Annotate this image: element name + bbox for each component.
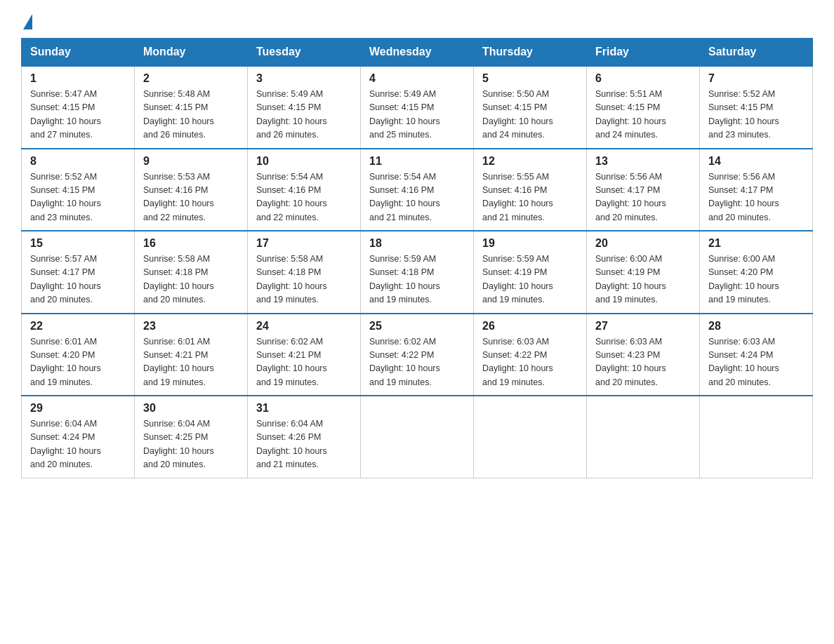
- week-row-1: 1 Sunrise: 5:47 AM Sunset: 4:15 PM Dayli…: [22, 66, 813, 149]
- day-number: 31: [256, 402, 352, 415]
- weekday-header-saturday: Saturday: [700, 39, 813, 67]
- calendar-cell: 24 Sunrise: 6:02 AM Sunset: 4:21 PM Dayl…: [248, 314, 361, 396]
- calendar-cell: 4 Sunrise: 5:49 AM Sunset: 4:15 PM Dayli…: [361, 66, 474, 149]
- calendar-cell: 7 Sunrise: 5:52 AM Sunset: 4:15 PM Dayli…: [700, 66, 813, 149]
- day-number: 23: [143, 320, 239, 333]
- weekday-header-sunday: Sunday: [22, 39, 135, 67]
- weekday-header-row: SundayMondayTuesdayWednesdayThursdayFrid…: [22, 39, 813, 67]
- logo-triangle-icon: [23, 14, 32, 29]
- day-number: 16: [143, 237, 239, 250]
- calendar-cell: 26 Sunrise: 6:03 AM Sunset: 4:22 PM Dayl…: [474, 314, 587, 396]
- day-info: Sunrise: 5:47 AM Sunset: 4:15 PM Dayligh…: [30, 88, 126, 142]
- calendar-cell: 27 Sunrise: 6:03 AM Sunset: 4:23 PM Dayl…: [587, 314, 700, 396]
- day-number: 7: [708, 72, 804, 85]
- day-info: Sunrise: 5:49 AM Sunset: 4:15 PM Dayligh…: [369, 88, 465, 142]
- calendar-cell: 8 Sunrise: 5:52 AM Sunset: 4:15 PM Dayli…: [22, 149, 135, 232]
- weekday-header-friday: Friday: [587, 39, 700, 67]
- day-number: 20: [595, 237, 691, 250]
- day-number: 29: [30, 402, 126, 415]
- calendar-table: SundayMondayTuesdayWednesdayThursdayFrid…: [21, 38, 813, 478]
- day-number: 14: [708, 155, 804, 168]
- day-info: Sunrise: 5:50 AM Sunset: 4:15 PM Dayligh…: [482, 88, 578, 142]
- day-number: 24: [256, 320, 352, 333]
- day-number: 30: [143, 402, 239, 415]
- day-info: Sunrise: 5:52 AM Sunset: 4:15 PM Dayligh…: [30, 170, 126, 225]
- day-number: 26: [482, 320, 578, 333]
- day-number: 21: [708, 237, 804, 250]
- calendar-cell: 5 Sunrise: 5:50 AM Sunset: 4:15 PM Dayli…: [474, 66, 587, 149]
- day-info: Sunrise: 5:54 AM Sunset: 4:16 PM Dayligh…: [369, 170, 465, 225]
- calendar-cell: 21 Sunrise: 6:00 AM Sunset: 4:20 PM Dayl…: [700, 231, 813, 314]
- day-number: 12: [482, 155, 578, 168]
- calendar-cell: 13 Sunrise: 5:56 AM Sunset: 4:17 PM Dayl…: [587, 149, 700, 232]
- day-number: 19: [482, 237, 578, 250]
- day-info: Sunrise: 6:01 AM Sunset: 4:21 PM Dayligh…: [143, 335, 239, 390]
- day-number: 22: [30, 320, 126, 333]
- day-number: 3: [256, 72, 352, 85]
- day-info: Sunrise: 6:03 AM Sunset: 4:23 PM Dayligh…: [595, 335, 691, 390]
- day-number: 6: [595, 72, 691, 85]
- calendar-cell: 12 Sunrise: 5:55 AM Sunset: 4:16 PM Dayl…: [474, 149, 587, 232]
- calendar-cell: [587, 396, 700, 478]
- week-row-3: 15 Sunrise: 5:57 AM Sunset: 4:17 PM Dayl…: [22, 231, 813, 314]
- calendar-cell: 31 Sunrise: 6:04 AM Sunset: 4:26 PM Dayl…: [248, 396, 361, 478]
- day-info: Sunrise: 6:04 AM Sunset: 4:24 PM Dayligh…: [30, 417, 126, 472]
- day-number: 9: [143, 155, 239, 168]
- calendar-cell: 25 Sunrise: 6:02 AM Sunset: 4:22 PM Dayl…: [361, 314, 474, 396]
- day-number: 11: [369, 155, 465, 168]
- weekday-header-tuesday: Tuesday: [248, 39, 361, 67]
- calendar-cell: 17 Sunrise: 5:58 AM Sunset: 4:18 PM Dayl…: [248, 231, 361, 314]
- day-info: Sunrise: 6:02 AM Sunset: 4:22 PM Dayligh…: [369, 335, 465, 390]
- calendar-cell: 6 Sunrise: 5:51 AM Sunset: 4:15 PM Dayli…: [587, 66, 700, 149]
- day-info: Sunrise: 6:04 AM Sunset: 4:25 PM Dayligh…: [143, 417, 239, 472]
- weekday-header-monday: Monday: [135, 39, 248, 67]
- day-number: 18: [369, 237, 465, 250]
- week-row-2: 8 Sunrise: 5:52 AM Sunset: 4:15 PM Dayli…: [22, 149, 813, 232]
- day-number: 17: [256, 237, 352, 250]
- day-number: 27: [595, 320, 691, 333]
- weekday-header-thursday: Thursday: [474, 39, 587, 67]
- day-info: Sunrise: 5:53 AM Sunset: 4:16 PM Dayligh…: [143, 170, 239, 225]
- day-info: Sunrise: 6:03 AM Sunset: 4:22 PM Dayligh…: [482, 335, 578, 390]
- calendar-cell: 3 Sunrise: 5:49 AM Sunset: 4:15 PM Dayli…: [248, 66, 361, 149]
- day-number: 1: [30, 72, 126, 85]
- day-info: Sunrise: 5:58 AM Sunset: 4:18 PM Dayligh…: [143, 253, 239, 307]
- day-number: 4: [369, 72, 465, 85]
- day-info: Sunrise: 5:56 AM Sunset: 4:17 PM Dayligh…: [708, 170, 804, 225]
- day-info: Sunrise: 5:52 AM Sunset: 4:15 PM Dayligh…: [708, 88, 804, 142]
- calendar-cell: 9 Sunrise: 5:53 AM Sunset: 4:16 PM Dayli…: [135, 149, 248, 232]
- calendar-cell: 20 Sunrise: 6:00 AM Sunset: 4:19 PM Dayl…: [587, 231, 700, 314]
- calendar-cell: 29 Sunrise: 6:04 AM Sunset: 4:24 PM Dayl…: [22, 396, 135, 478]
- day-info: Sunrise: 6:03 AM Sunset: 4:24 PM Dayligh…: [708, 335, 804, 390]
- page-header: [21, 14, 813, 29]
- week-row-5: 29 Sunrise: 6:04 AM Sunset: 4:24 PM Dayl…: [22, 396, 813, 478]
- day-info: Sunrise: 5:54 AM Sunset: 4:16 PM Dayligh…: [256, 170, 352, 225]
- calendar-cell: 18 Sunrise: 5:59 AM Sunset: 4:18 PM Dayl…: [361, 231, 474, 314]
- calendar-cell: 22 Sunrise: 6:01 AM Sunset: 4:20 PM Dayl…: [22, 314, 135, 396]
- logo: [21, 14, 32, 29]
- day-number: 2: [143, 72, 239, 85]
- calendar-cell: [700, 396, 813, 478]
- calendar-cell: [361, 396, 474, 478]
- day-info: Sunrise: 6:00 AM Sunset: 4:19 PM Dayligh…: [595, 253, 691, 307]
- day-info: Sunrise: 6:00 AM Sunset: 4:20 PM Dayligh…: [708, 253, 804, 307]
- calendar-cell: 10 Sunrise: 5:54 AM Sunset: 4:16 PM Dayl…: [248, 149, 361, 232]
- calendar-cell: [474, 396, 587, 478]
- day-number: 8: [30, 155, 126, 168]
- calendar-cell: 14 Sunrise: 5:56 AM Sunset: 4:17 PM Dayl…: [700, 149, 813, 232]
- day-number: 15: [30, 237, 126, 250]
- day-info: Sunrise: 5:49 AM Sunset: 4:15 PM Dayligh…: [256, 88, 352, 142]
- calendar-cell: 2 Sunrise: 5:48 AM Sunset: 4:15 PM Dayli…: [135, 66, 248, 149]
- day-number: 10: [256, 155, 352, 168]
- day-info: Sunrise: 5:59 AM Sunset: 4:19 PM Dayligh…: [482, 253, 578, 307]
- day-info: Sunrise: 5:58 AM Sunset: 4:18 PM Dayligh…: [256, 253, 352, 307]
- day-info: Sunrise: 5:57 AM Sunset: 4:17 PM Dayligh…: [30, 253, 126, 307]
- day-info: Sunrise: 6:01 AM Sunset: 4:20 PM Dayligh…: [30, 335, 126, 390]
- calendar-cell: 19 Sunrise: 5:59 AM Sunset: 4:19 PM Dayl…: [474, 231, 587, 314]
- day-info: Sunrise: 6:02 AM Sunset: 4:21 PM Dayligh…: [256, 335, 352, 390]
- calendar-cell: 30 Sunrise: 6:04 AM Sunset: 4:25 PM Dayl…: [135, 396, 248, 478]
- day-info: Sunrise: 6:04 AM Sunset: 4:26 PM Dayligh…: [256, 417, 352, 472]
- calendar-cell: 11 Sunrise: 5:54 AM Sunset: 4:16 PM Dayl…: [361, 149, 474, 232]
- day-number: 28: [708, 320, 804, 333]
- calendar-cell: 28 Sunrise: 6:03 AM Sunset: 4:24 PM Dayl…: [700, 314, 813, 396]
